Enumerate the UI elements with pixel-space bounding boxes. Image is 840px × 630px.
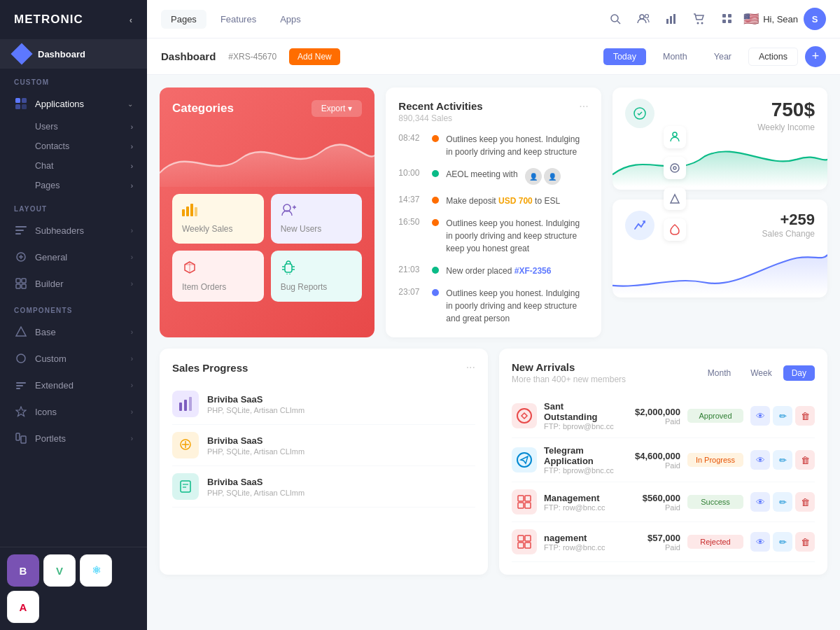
time-btn-year[interactable]: Year [704, 48, 741, 65]
tab-features[interactable]: Features [211, 10, 266, 29]
svg-rect-36 [186, 206, 189, 216]
act-dot-4 [432, 219, 439, 226]
na-tab-month[interactable]: Month [699, 365, 739, 381]
search-icon-btn[interactable] [603, 7, 627, 31]
user-menu[interactable]: Hi, Sean S [763, 8, 826, 30]
sidebar-collapse-icon[interactable]: ‹ [130, 15, 133, 25]
sidebar-item-builder[interactable]: Builder › [0, 270, 147, 297]
svg-rect-66 [518, 536, 524, 541]
add-new-button[interactable]: Add New [289, 48, 340, 65]
na-name-management2: nagement [544, 533, 614, 543]
bootstrap-badge[interactable]: B [7, 554, 39, 587]
cart-icon-btn[interactable] [687, 7, 711, 31]
svg-point-29 [697, 22, 699, 24]
recent-menu-dots[interactable]: ··· [579, 100, 588, 113]
na-price-sant: $2,000,000 [621, 407, 680, 417]
sidebar-item-pages[interactable]: Pages › [0, 176, 147, 195]
na-edit-telegram[interactable]: ✏ [773, 450, 792, 470]
time-btn-today[interactable]: Today [603, 48, 646, 65]
user-avatar[interactable]: S [804, 8, 826, 30]
brand-name: METRONIC [14, 13, 83, 27]
na-status-sant: Approved [687, 409, 743, 423]
na-del-management2[interactable]: 🗑 [795, 532, 815, 552]
subheader-title: Dashboard [161, 50, 216, 62]
sub-card-new-users[interactable]: New Users [271, 194, 363, 244]
na-del-sant[interactable]: 🗑 [795, 406, 815, 426]
sp-menu-dots[interactable]: ··· [466, 361, 475, 374]
sidebar-item-icons[interactable]: Icons › [0, 398, 147, 425]
na-paid-management2: Paid [621, 543, 680, 552]
na-status-management: Success [687, 495, 743, 509]
subheader: Dashboard #XRS-45670 Add New Today Month… [147, 38, 840, 75]
users-icon-btn[interactable] [631, 7, 655, 31]
new-users-icon [281, 204, 353, 220]
na-status-management2: Rejected [687, 535, 743, 549]
svg-rect-42 [285, 264, 292, 272]
sidebar-item-custom[interactable]: Custom › [0, 345, 147, 372]
sidebar-right-icon-3[interactable] [664, 188, 686, 210]
sidebar-right-icon-2[interactable] [664, 157, 686, 179]
svg-point-51 [671, 164, 679, 172]
svg-rect-53 [179, 402, 182, 411]
na-eye-management[interactable]: 👁 [750, 492, 770, 512]
svg-rect-64 [518, 503, 524, 508]
sidebar-item-contacts[interactable]: Contacts › [0, 136, 147, 156]
na-eye-sant[interactable]: 👁 [750, 406, 770, 426]
sub-card-bug-reports[interactable]: Bug Reports [271, 251, 363, 302]
chat-label: Chat [35, 161, 53, 171]
dashboard-icon [10, 43, 32, 64]
na-tab-day[interactable]: Day [783, 365, 815, 381]
svg-rect-13 [22, 284, 26, 288]
na-table: Sant Outstanding FTP: bprow@bnc.cc $2,00… [512, 394, 815, 562]
na-eye-telegram[interactable]: 👁 [750, 450, 770, 470]
tab-apps[interactable]: Apps [270, 10, 311, 29]
sidebar-item-dashboard[interactable]: Dashboard [0, 39, 147, 69]
na-actions-telegram: 👁 ✏ 🗑 [750, 450, 815, 470]
sidebar-item-portlets[interactable]: Portlets › [0, 425, 147, 451]
contacts-chevron: › [131, 143, 133, 150]
na-edit-sant[interactable]: ✏ [773, 406, 792, 426]
na-paid-management: Paid [621, 503, 680, 512]
export-button[interactable]: Export ▾ [312, 100, 363, 117]
sub-card-weekly-sales[interactable]: Weekly Sales [172, 194, 264, 244]
weekly-sales-label: Weekly Sales [182, 224, 254, 234]
angular-badge[interactable]: A [7, 591, 39, 623]
time-btn-month[interactable]: Month [653, 48, 697, 65]
section-label-layout: LAYOUT [0, 195, 147, 217]
react-badge[interactable]: ⚛ [80, 554, 112, 587]
activity-item-2: 10:00 AEOL meeting with 👤 👤 [398, 168, 588, 185]
sidebar-item-users[interactable]: Users › [0, 117, 147, 136]
na-ftp-sant: FTP: bprow@bnc.cc [544, 422, 614, 430]
flag-icon[interactable]: 🇺🇸 [743, 11, 759, 27]
na-logo-management2 [512, 529, 537, 554]
sidebar-item-chat[interactable]: Chat › [0, 156, 147, 176]
svg-rect-20 [16, 433, 20, 440]
tab-pages[interactable]: Pages [161, 10, 206, 29]
sidebar-right-icon-1[interactable] [664, 126, 686, 148]
vue-badge[interactable]: V [43, 554, 76, 587]
sub-card-item-orders[interactable]: Item Orders [172, 251, 264, 302]
activity-item-3: 14:37 Make deposit USD 700 to ESL [398, 195, 588, 207]
na-eye-management2[interactable]: 👁 [750, 532, 770, 552]
sidebar-item-extended[interactable]: Extended › [0, 372, 147, 398]
sidebar-item-general[interactable]: General › [0, 244, 147, 270]
na-price-col-telegram: $4,600,000 Paid [621, 451, 680, 470]
svg-point-25 [645, 15, 649, 18]
sidebar-item-base[interactable]: Base › [0, 318, 147, 345]
svg-rect-12 [16, 284, 20, 288]
sp-list: Briviba SaaS PHP, SQLite, Artisan CLImm … [172, 384, 475, 507]
na-edit-management2[interactable]: ✏ [773, 532, 792, 552]
actions-button[interactable]: Actions [748, 48, 798, 66]
na-del-telegram[interactable]: 🗑 [795, 450, 815, 470]
na-tab-week[interactable]: Week [742, 365, 780, 381]
na-row-management2: nagement FTP: row@bnc.cc $57,000 Paid Re… [512, 522, 815, 562]
na-del-management[interactable]: 🗑 [795, 492, 815, 512]
sidebar-right-icon-4[interactable] [664, 218, 686, 241]
grid-icon-btn[interactable] [715, 7, 739, 31]
add-circle-button[interactable]: + [805, 46, 826, 67]
sidebar-item-applications[interactable]: Applications ⌄ [0, 90, 147, 117]
na-edit-management[interactable]: ✏ [773, 492, 792, 512]
chart-icon-btn[interactable] [659, 7, 683, 31]
sidebar-item-subheaders[interactable]: Subheaders › [0, 217, 147, 244]
na-logo-management [512, 489, 537, 514]
